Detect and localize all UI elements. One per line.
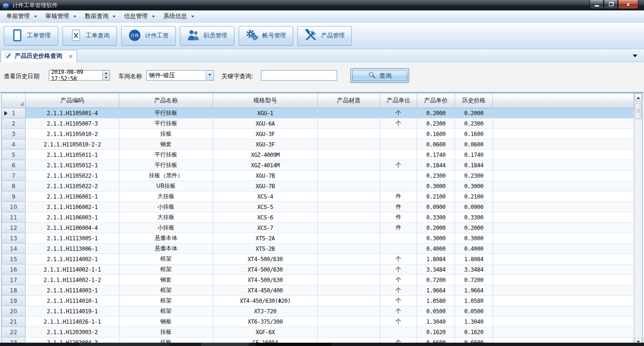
table-cell[interactable]: 0.0600 [455, 139, 493, 150]
menu-item-2[interactable]: 审核管理 [42, 10, 81, 22]
row-number-cell[interactable]: 4 [2, 139, 26, 150]
table-cell[interactable] [380, 327, 417, 337]
table-cell[interactable]: 钢板 [119, 317, 213, 327]
table-cell[interactable] [318, 191, 380, 202]
table-row-8[interactable]: 82.1.1.H1105022-2UB挂板XGU-7B0.30000.3000 [2, 181, 634, 191]
table-cell[interactable]: XGZ-4009M [213, 150, 318, 160]
table-cell[interactable]: 2.1.1.H1105010-2 [26, 129, 119, 139]
row-number-cell[interactable]: 1 [2, 108, 26, 118]
table-cell[interactable]: 3.3484 [455, 264, 493, 275]
table-cell[interactable] [380, 233, 417, 244]
table-cell[interactable]: 2.1.1.H1113006-1 [26, 244, 119, 254]
row-number-cell[interactable]: 2 [2, 118, 26, 129]
table-cell[interactable]: 0.1600 [417, 129, 455, 139]
table-cell[interactable]: 平行挂板 [119, 160, 213, 171]
table-cell[interactable] [318, 202, 380, 212]
table-cell[interactable] [318, 317, 380, 327]
table-cell[interactable]: XT4-500/630 [213, 254, 318, 264]
table-row-20[interactable]: 202.1.1.H1114019-1框架XTJ-720个0.05000.0500 [2, 306, 634, 317]
table-cell[interactable] [318, 171, 380, 181]
table-cell[interactable]: 2.1.1.H1106001-1 [26, 191, 119, 202]
table-cell[interactable]: XT4-450/630(Φ20) [213, 296, 318, 306]
row-number-cell[interactable]: 18 [2, 285, 26, 296]
table-cell[interactable] [318, 275, 380, 285]
table-cell[interactable] [318, 327, 380, 337]
table-cell[interactable]: 2.1.1.H1105011-1 [26, 150, 119, 160]
table-cell[interactable]: 件 [380, 191, 417, 202]
table-cell[interactable]: 2.1.1.H1105001-4 [26, 108, 119, 118]
table-cell[interactable]: 挂板 [119, 327, 213, 337]
table-cell[interactable]: 0.0500 [455, 306, 493, 317]
table-cell[interactable]: 2.1.1.H1114010-1 [26, 296, 119, 306]
workshop-select[interactable]: 钢件-锻压 [146, 70, 214, 81]
table-cell[interactable]: 钢套 [119, 139, 213, 150]
table-cell[interactable] [318, 244, 380, 254]
menu-item-5[interactable]: 系统信息 [160, 10, 199, 22]
column-header-3[interactable]: 规格型号 [213, 93, 318, 108]
table-cell[interactable]: 2.1.1.H1105010-2-2 [26, 139, 119, 150]
table-cell[interactable]: XTS-2B [213, 244, 318, 254]
table-cell[interactable]: 0.3300 [417, 212, 455, 223]
table-cell[interactable]: 2.1.1.H1105007-3 [26, 118, 119, 129]
table-row-4[interactable]: 42.1.1.H1105010-2-2钢套XGU-3F0.06000.0600 [2, 139, 634, 150]
table-row-19[interactable]: 192.1.1.H1114010-1框架XT4-450/630(Φ20)个1.0… [2, 296, 634, 306]
table-cell[interactable]: 个 [380, 264, 417, 275]
table-cell[interactable]: 0.2000 [455, 223, 493, 233]
table-cell[interactable]: 1.3040 [417, 317, 455, 327]
table-cell[interactable] [318, 306, 380, 317]
table-cell[interactable]: 0.0600 [417, 139, 455, 150]
table-cell[interactable]: 0.1740 [417, 150, 455, 160]
table-row-7[interactable]: 72.1.1.H1105022-1挂板（黑件）XGU-7B0.23000.230… [2, 171, 634, 181]
minimize-button[interactable] [590, 0, 604, 9]
table-cell[interactable]: XGU-7B [213, 171, 318, 181]
toolbar-button-6[interactable]: 产品管理 [297, 26, 352, 46]
table-row-6[interactable]: 62.1.1.H1105012-1平行挂板XGZ-4014M个0.18440.1… [2, 160, 634, 171]
table-cell[interactable]: 0.2300 [455, 171, 493, 181]
table-cell[interactable]: 框架 [119, 264, 213, 275]
table-cell[interactable] [380, 139, 417, 150]
table-cell[interactable]: 小挂板 [119, 202, 213, 212]
table-cell[interactable]: 0.2300 [455, 118, 493, 129]
table-cell[interactable]: 0.2300 [417, 118, 455, 129]
workshop-dropdown-button[interactable] [206, 71, 214, 80]
table-cell[interactable]: 个 [380, 275, 417, 285]
table-cell[interactable]: XGU-6A [213, 118, 318, 129]
table-cell[interactable]: 0.0900 [455, 202, 493, 212]
table-row-22[interactable]: 222.1.1.H1203003-2挂板XGF-6X0.16200.1620 [2, 327, 634, 337]
table-cell[interactable]: 2.1.1.H1106003-1 [26, 212, 119, 223]
table-row-16[interactable]: 162.1.1.H1114002-1-1框架XT4-500/630个3.3484… [2, 264, 634, 275]
table-cell[interactable]: 个 [380, 118, 417, 129]
table-cell[interactable]: 个 [380, 317, 417, 327]
table-cell[interactable]: 0.1844 [455, 160, 493, 171]
row-number-cell[interactable]: 13 [2, 233, 26, 244]
table-cell[interactable]: 0.7200 [417, 275, 455, 285]
row-number-cell[interactable]: 6 [2, 160, 26, 171]
table-cell[interactable]: XT4-500/630 [213, 264, 318, 275]
table-cell[interactable]: 个 [380, 254, 417, 264]
table-cell[interactable]: 0.4000 [417, 244, 455, 254]
row-number-cell[interactable]: 17 [2, 275, 26, 285]
table-cell[interactable] [380, 171, 417, 181]
row-number-cell[interactable]: 8 [2, 181, 26, 191]
table-cell[interactable]: XT4-500/630 [213, 275, 318, 285]
search-button[interactable]: 查询 [350, 68, 409, 83]
menu-item-3[interactable]: 数据查询 [81, 10, 121, 22]
table-cell[interactable]: XTS-2A [213, 233, 318, 244]
date-spin-down-button[interactable] [103, 76, 109, 81]
table-cell[interactable]: 0.0500 [417, 306, 455, 317]
table-row-5[interactable]: 52.1.1.H1105011-1平行挂板XGZ-4009M0.17400.17… [2, 150, 634, 160]
table-cell[interactable]: 框架 [119, 306, 213, 317]
table-cell[interactable]: XGU-3F [213, 139, 318, 150]
table-cell[interactable]: 0.3300 [455, 212, 493, 223]
table-cell[interactable]: XT6-375/300 [213, 317, 318, 327]
table-cell[interactable]: 1.8084 [455, 254, 493, 264]
table-cell[interactable] [318, 223, 380, 233]
close-button[interactable]: x [618, 0, 638, 9]
table-cell[interactable] [318, 285, 380, 296]
table-cell[interactable]: XCS-5 [213, 202, 318, 212]
column-header-4[interactable]: 产品材质 [318, 93, 380, 108]
table-cell[interactable]: 0.3000 [417, 233, 455, 244]
table-cell[interactable]: 大挂板 [119, 212, 213, 223]
table-cell[interactable]: 框架 [119, 296, 213, 306]
table-cell[interactable]: 1.9664 [455, 285, 493, 296]
